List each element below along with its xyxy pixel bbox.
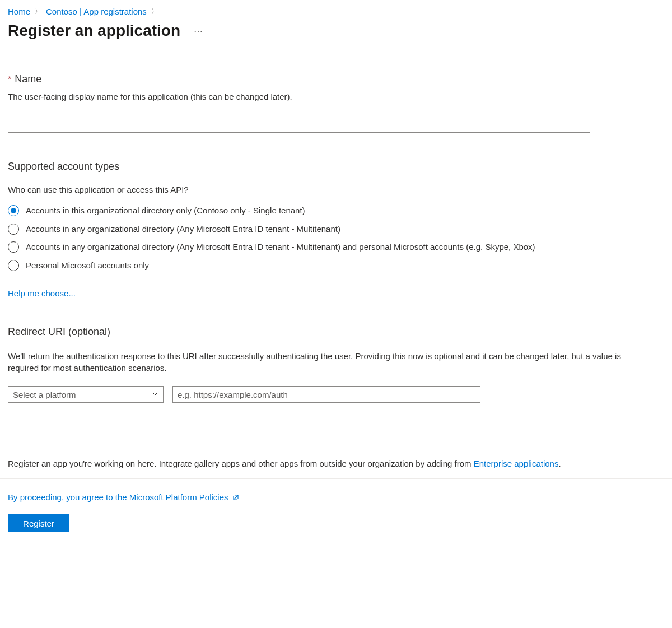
redirect-desc: We'll return the authentication response… bbox=[8, 350, 641, 374]
footer-hint: Register an app you're working on here. … bbox=[8, 459, 664, 468]
platform-select-value: Select a platform bbox=[13, 390, 76, 399]
breadcrumb: Home 〉 Contoso | App registrations 〉 bbox=[8, 7, 664, 16]
divider bbox=[0, 478, 672, 479]
name-label: Name bbox=[15, 73, 41, 85]
radio-icon bbox=[8, 205, 19, 216]
footer-hint-suffix: . bbox=[558, 459, 561, 468]
radio-icon bbox=[8, 241, 19, 253]
radio-label: Accounts in this organizational director… bbox=[26, 204, 305, 217]
name-desc: The user-facing display name for this ap… bbox=[8, 91, 664, 103]
more-actions-icon[interactable]: ⋯ bbox=[192, 24, 206, 39]
radio-label: Accounts in any organizational directory… bbox=[26, 241, 535, 254]
chevron-right-icon: 〉 bbox=[151, 7, 158, 16]
register-button[interactable]: Register bbox=[8, 514, 69, 532]
required-star-icon: * bbox=[8, 75, 11, 85]
radio-personal-only[interactable]: Personal Microsoft accounts only bbox=[8, 259, 664, 272]
redirect-uri-section: Redirect URI (optional) We'll return the… bbox=[8, 326, 664, 403]
account-types-sub: Who can use this application or access t… bbox=[8, 185, 664, 194]
platform-select[interactable]: Select a platform bbox=[8, 386, 164, 403]
breadcrumb-home[interactable]: Home bbox=[8, 7, 30, 16]
account-types-heading: Supported account types bbox=[8, 161, 664, 173]
chevron-right-icon: 〉 bbox=[35, 7, 41, 16]
radio-multitenant[interactable]: Accounts in any organizational directory… bbox=[8, 223, 664, 236]
radio-label: Accounts in any organizational directory… bbox=[26, 223, 340, 236]
radio-icon bbox=[8, 224, 19, 235]
name-section: * Name The user-facing display name for … bbox=[8, 73, 664, 133]
radio-label: Personal Microsoft accounts only bbox=[26, 259, 149, 272]
redirect-heading: Redirect URI (optional) bbox=[8, 326, 664, 338]
account-types-radio-group: Accounts in this organizational director… bbox=[8, 204, 664, 272]
radio-icon bbox=[8, 260, 19, 271]
name-input[interactable] bbox=[8, 115, 590, 133]
breadcrumb-tenant[interactable]: Contoso | App registrations bbox=[46, 7, 147, 16]
page-title: Register an application bbox=[8, 22, 180, 40]
redirect-uri-input[interactable] bbox=[172, 386, 480, 403]
chevron-down-icon bbox=[152, 390, 158, 399]
help-me-choose-link[interactable]: Help me choose... bbox=[8, 289, 76, 298]
footer-hint-prefix: Register an app you're working on here. … bbox=[8, 459, 474, 468]
external-link-icon bbox=[232, 494, 240, 501]
account-types-section: Supported account types Who can use this… bbox=[8, 161, 664, 298]
enterprise-applications-link[interactable]: Enterprise applications bbox=[474, 459, 559, 468]
radio-single-tenant[interactable]: Accounts in this organizational director… bbox=[8, 204, 664, 217]
platform-policies-link[interactable]: By proceeding, you agree to the Microsof… bbox=[8, 492, 228, 502]
radio-multitenant-personal[interactable]: Accounts in any organizational directory… bbox=[8, 241, 664, 254]
